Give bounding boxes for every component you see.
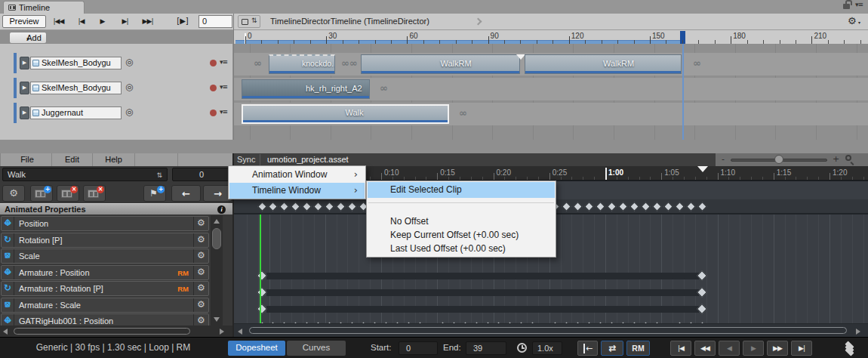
- property-gear-icon[interactable]: ⚙: [193, 266, 208, 279]
- properties-horizontal-scrollbar[interactable]: [0, 326, 232, 337]
- track-object-field[interactable]: Juggernaut: [30, 106, 122, 119]
- ruler-major-tick: [569, 36, 570, 44]
- dropdown-arrows-icon: ⇅: [156, 169, 162, 181]
- menu-file[interactable]: File: [3, 153, 52, 166]
- breadcrumb[interactable]: TimelineDirectorTimeline (TimelineDirect…: [270, 17, 429, 26]
- timeline-settings-button[interactable]: ⚙ ▾: [847, 15, 865, 29]
- zoom-in-icon[interactable]: +: [833, 154, 839, 164]
- clip-walkrm-2[interactable]: WalkRM: [525, 54, 682, 74]
- sync-button[interactable]: Sync: [237, 155, 255, 164]
- submenu-item-1[interactable]: No Offset: [368, 215, 555, 229]
- context-menu-item-1[interactable]: Timeline Window›: [229, 183, 365, 199]
- scroll-left-icon[interactable]: [238, 329, 242, 335]
- transport-button-0[interactable]: |◀◀: [48, 15, 69, 27]
- menu-item-label: Keep Current Offset (+0.00 sec): [390, 230, 519, 240]
- track-menu-icon[interactable]: ▾≡: [220, 83, 227, 91]
- zoom-out-icon[interactable]: -: [722, 154, 725, 164]
- track-expand-button[interactable]: ▶: [20, 106, 29, 119]
- window-menu-icon[interactable]: ▾≡: [855, 1, 863, 8]
- track-menu-icon[interactable]: ▾≡: [220, 108, 227, 116]
- record-dot-icon[interactable]: [210, 110, 217, 116]
- layers-button[interactable]: [839, 341, 860, 356]
- scroll-left-icon[interactable]: [3, 329, 8, 335]
- menu-help[interactable]: Help: [93, 153, 135, 166]
- playback-button-3[interactable]: ▶: [743, 341, 764, 356]
- scroll-right-icon[interactable]: [856, 329, 860, 335]
- clip-hk-rh-right[interactable]: hk_rh_right_A2: [242, 79, 370, 99]
- track-expand-button[interactable]: ▶: [20, 82, 29, 94]
- playback-button-1[interactable]: ◀◀: [694, 341, 716, 356]
- scroll-up-icon[interactable]: [214, 219, 220, 224]
- settings-button[interactable]: ⚙: [2, 185, 25, 202]
- playhead-line[interactable]: [260, 214, 261, 332]
- info-icon[interactable]: i: [217, 205, 226, 214]
- delete-clip-button[interactable]: ×: [57, 185, 79, 202]
- property-gear-icon[interactable]: ⚙: [193, 298, 208, 312]
- tab-timeline[interactable]: Timeline: [3, 1, 85, 14]
- playback-button-4[interactable]: ▶▶: [767, 341, 788, 356]
- add-pose-button[interactable]: ⚑ +: [143, 185, 166, 202]
- zoom-slider-thumb[interactable]: [774, 155, 783, 164]
- add-clip-button[interactable]: +: [30, 185, 53, 202]
- transport-button-4[interactable]: ▶▶|: [137, 15, 158, 27]
- scroll-down-icon[interactable]: [214, 317, 220, 322]
- track-target-icon[interactable]: ◎: [125, 82, 133, 92]
- add-track-button[interactable]: Add ▾: [9, 32, 47, 44]
- submenu-item-2[interactable]: Keep Current Offset (+0.00 sec): [368, 229, 555, 242]
- lock-icon[interactable]: [843, 4, 850, 9]
- transport-button-1[interactable]: |◀: [71, 15, 91, 27]
- submenu-item-3[interactable]: Last Used Offset (+0.00 sec): [368, 242, 555, 256]
- track-object-field[interactable]: SkelMesh_Bodygu: [30, 57, 122, 69]
- property-gear-icon[interactable]: ⚙: [193, 217, 208, 230]
- dopesheet-horizontal-scrollbar[interactable]: [234, 323, 868, 337]
- property-gear-icon[interactable]: ⚙: [193, 282, 208, 295]
- playback-button-2[interactable]: ◀: [719, 341, 740, 356]
- menu-edit[interactable]: Edit: [52, 153, 93, 166]
- track-object-field[interactable]: SkelMesh_Bodygu: [30, 82, 122, 94]
- submenu-item-0[interactable]: Edit Selected Clip: [368, 182, 555, 198]
- property-row-1[interactable]: ↻Rotation [P]⚙: [1, 233, 209, 248]
- search-icon[interactable]: [845, 155, 851, 161]
- property-row-5[interactable]: ↔↔Armature : Scale⚙: [1, 298, 209, 313]
- clip-end-marker-icon[interactable]: [697, 166, 708, 172]
- context-menu-item-0[interactable]: Animation Window›: [229, 167, 365, 183]
- transport-button-3[interactable]: ▶|: [115, 15, 135, 27]
- dopesheet-scroll-thumb[interactable]: [249, 327, 847, 334]
- clip-knockdown[interactable]: knockdo...: [269, 54, 335, 74]
- ruler-major-tick: [488, 36, 489, 44]
- record-dot-icon[interactable]: [210, 85, 217, 91]
- properties-vertical-scrollbar[interactable]: [211, 215, 223, 326]
- property-gear-icon[interactable]: ⚙: [193, 233, 208, 247]
- timeline-clip-area[interactable]: knockdo... WalkRM WalkRM hk_rh_right_A2 …: [234, 44, 868, 140]
- play-range-button[interactable]: [▶]: [171, 15, 195, 27]
- clip-walkrm-1[interactable]: WalkRM: [361, 54, 520, 74]
- horizontal-scroll-thumb[interactable]: [14, 328, 190, 335]
- transport-button-2[interactable]: ▶: [92, 15, 112, 27]
- playback-button-5[interactable]: ▶|: [791, 341, 812, 356]
- property-row-3[interactable]: ↔↕Armature : PositionRM⚙: [1, 265, 209, 280]
- clip-blue-edge: [362, 71, 519, 73]
- timeline-ruler[interactable]: 0306090120150180210: [234, 30, 868, 44]
- playback-button-0[interactable]: |◀: [670, 341, 691, 356]
- clip-editor-frame-field[interactable]: 0: [172, 168, 231, 181]
- property-gear-icon[interactable]: ⚙: [193, 249, 208, 263]
- clip-select-dropdown[interactable]: Walk ⇅: [2, 168, 168, 181]
- property-row-4[interactable]: ↻Armature : Rotation [P]RM⚙: [1, 281, 209, 296]
- record-dot-icon[interactable]: [210, 60, 217, 66]
- vertical-scroll-thumb[interactable]: [212, 228, 221, 249]
- track-expand-button[interactable]: ▶: [20, 57, 29, 69]
- clip-walk-selected[interactable]: Walk: [242, 104, 449, 124]
- track-target-icon[interactable]: ◎: [125, 57, 133, 67]
- property-row-0[interactable]: ↔↕Position⚙: [1, 216, 209, 231]
- clear-clip-button[interactable]: ×: [83, 185, 106, 202]
- prev-keyframe-button[interactable]: ←: [171, 185, 201, 202]
- property-row-2[interactable]: ↔↔Scale⚙: [1, 248, 209, 264]
- timeline-asset-selector-button[interactable]: ⇅: [238, 15, 260, 28]
- track-target-icon[interactable]: ◎: [125, 106, 133, 117]
- track-menu-icon[interactable]: ▾≡: [220, 58, 227, 66]
- property-row-6[interactable]: ↔↕GATRigHub001 : Position⚙: [1, 313, 209, 326]
- scroll-right-icon[interactable]: [220, 329, 224, 335]
- property-gear-icon[interactable]: ⚙: [193, 314, 208, 326]
- gear-icon: ⚙: [3, 187, 24, 199]
- timeline-frame-field[interactable]: 0: [199, 15, 232, 28]
